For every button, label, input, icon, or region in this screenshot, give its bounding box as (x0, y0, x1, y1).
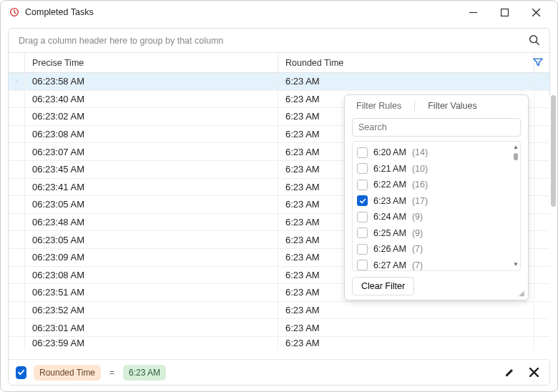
row-expander (9, 284, 25, 301)
filter-value-checkbox[interactable] (357, 244, 368, 255)
filter-value-pill[interactable]: 6:23 AM (123, 365, 166, 381)
minimize-button[interactable] (457, 2, 489, 22)
window-title: Completed Tasks (25, 7, 94, 17)
filter-value-item[interactable]: 6:22 AM (16) (357, 177, 516, 193)
svg-rect-1 (501, 9, 508, 16)
table-row[interactable]: 06:23:58 AM6:23 AM (9, 73, 549, 91)
filter-value-label: 6:27 AM (373, 260, 406, 270)
row-expander (9, 319, 25, 336)
column-header-precise-label: Precise Time (32, 58, 84, 68)
cell-precise-time: 06:23:52 AM (25, 302, 278, 319)
filter-value-checkbox[interactable] (357, 195, 368, 206)
filter-value-checkbox[interactable] (357, 260, 368, 270)
filter-value-count: (9) (412, 228, 423, 238)
filter-value-checkbox[interactable] (357, 180, 368, 190)
clear-filter-button[interactable]: Clear Filter (352, 277, 414, 295)
expand-column-header (9, 53, 25, 72)
edit-filter-icon[interactable] (501, 364, 518, 381)
filter-value-item[interactable]: 6:24 AM (9) (357, 209, 516, 225)
column-header-row: Precise Time Rounded Time (9, 53, 549, 73)
cell-precise-time: 06:23:59 AM (25, 337, 278, 350)
cell-precise-time: 06:23:01 AM (25, 319, 278, 336)
filter-value-label: 6:20 AM (373, 147, 406, 157)
table-row[interactable]: 06:23:52 AM6:23 AM (9, 302, 549, 320)
cell-precise-time: 06:23:51 AM (25, 284, 278, 301)
filter-value-count: (9) (412, 212, 423, 222)
filter-search[interactable] (352, 118, 521, 137)
filter-values-list[interactable]: 6:20 AM (14)6:21 AM (10)6:22 AM (16)6:23… (352, 141, 521, 271)
filter-value-item[interactable]: 6:23 AM (17) (357, 193, 516, 210)
filter-value-checkbox[interactable] (357, 163, 368, 174)
column-header-rounded-label: Rounded Time (285, 58, 343, 68)
group-panel[interactable]: Drag a column header here to group by th… (9, 29, 549, 53)
tab-filter-values[interactable]: Filter Values (425, 97, 480, 114)
row-expander (9, 179, 25, 196)
window-frame: Completed Tasks Drag a column header her… (0, 0, 558, 392)
filter-field-pill[interactable]: Rounded Time (34, 365, 101, 381)
close-button[interactable] (520, 2, 552, 22)
filter-value-checkbox[interactable] (357, 212, 368, 222)
svg-point-2 (530, 36, 537, 43)
scroll-up-icon[interactable]: ▲ (513, 144, 519, 150)
filter-value-item[interactable]: 6:27 AM (7) (357, 258, 516, 272)
row-expander[interactable] (9, 73, 25, 90)
titlebar: Completed Tasks (1, 1, 557, 24)
filter-value-count: (17) (412, 196, 428, 206)
grid-vertical-scrollbar[interactable] (549, 95, 557, 361)
filter-popup-tabs: Filter Rules Filter Values (345, 95, 528, 117)
row-expander (9, 302, 25, 319)
cell-precise-time: 06:23:48 AM (25, 214, 278, 231)
cell-precise-time: 06:23:41 AM (25, 179, 278, 196)
cell-precise-time: 06:23:40 AM (25, 91, 278, 108)
filter-popup: Filter Rules Filter Values 6:20 AM (14)6… (344, 94, 529, 300)
search-icon[interactable] (528, 34, 541, 49)
row-expander (9, 231, 25, 248)
table-row[interactable]: 06:23:01 AM6:23 AM (9, 319, 549, 337)
filter-value-label: 6:22 AM (373, 180, 406, 190)
filter-value-item[interactable]: 6:21 AM (10) (357, 161, 516, 177)
row-expander (9, 337, 25, 350)
filter-value-count: (7) (412, 260, 423, 270)
filter-value-checkbox[interactable] (357, 147, 368, 158)
filter-operator: = (109, 368, 114, 378)
cell-precise-time: 06:23:08 AM (25, 267, 278, 284)
filter-value-checkbox[interactable] (357, 227, 368, 238)
filter-value-item[interactable]: 6:25 AM (9) (357, 225, 516, 242)
group-panel-hint: Drag a column header here to group by th… (19, 36, 223, 46)
filter-value-item[interactable]: 6:20 AM (14) (357, 144, 516, 161)
filter-scroll-thumb[interactable] (514, 153, 518, 160)
column-header-precise[interactable]: Precise Time (25, 53, 278, 72)
tab-filter-rules[interactable]: Filter Rules (353, 97, 404, 114)
scrollbar-thumb[interactable] (551, 95, 556, 207)
filter-icon[interactable] (533, 57, 543, 69)
filter-search-input[interactable] (358, 122, 514, 132)
row-expander (9, 249, 25, 266)
cell-precise-time: 06:23:58 AM (25, 73, 278, 90)
cell-precise-time: 06:23:07 AM (25, 143, 278, 160)
resize-grip-icon[interactable]: ◢ (519, 289, 524, 297)
row-expander (9, 196, 25, 213)
filter-value-label: 6:23 AM (373, 196, 406, 206)
filter-bar: Rounded Time = 6:23 AM (9, 359, 549, 385)
row-expander (9, 108, 25, 125)
table-row[interactable]: 06:23:59 AM6:23 AM (9, 337, 549, 350)
filter-list-scrollbar[interactable]: ▲ ▼ (513, 144, 519, 268)
maximize-button[interactable] (489, 2, 520, 22)
filter-enable-checkbox[interactable] (16, 366, 26, 379)
row-expander (9, 214, 25, 231)
cell-precise-time: 06:23:45 AM (25, 161, 278, 178)
row-expander (9, 126, 25, 143)
clear-filter-icon[interactable] (525, 364, 542, 381)
filter-value-count: (7) (412, 244, 423, 254)
filter-value-count: (16) (412, 180, 428, 190)
column-header-rounded[interactable]: Rounded Time (278, 53, 534, 72)
cell-rounded-time: 6:23 AM (278, 319, 534, 336)
cell-precise-time: 06:23:08 AM (25, 126, 278, 143)
cell-rounded-time: 6:23 AM (278, 337, 534, 350)
cell-precise-time: 06:23:05 AM (25, 231, 278, 248)
cell-precise-time: 06:23:02 AM (25, 108, 278, 125)
scroll-down-icon[interactable]: ▼ (513, 262, 519, 268)
row-expander (9, 161, 25, 178)
cell-precise-time: 06:23:05 AM (25, 196, 278, 213)
filter-value-item[interactable]: 6:26 AM (7) (357, 241, 516, 258)
